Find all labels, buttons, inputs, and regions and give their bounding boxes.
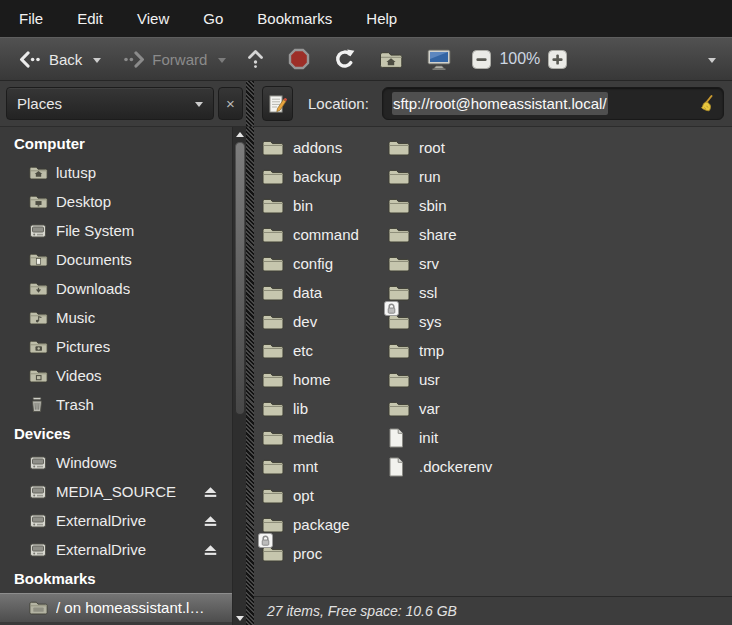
file-item-label: init [419, 429, 438, 446]
file-item-config[interactable]: config [262, 249, 359, 278]
folder-icon [388, 168, 410, 185]
file-item-label: config [293, 255, 333, 272]
file-item-ssl[interactable]: ssl [388, 278, 492, 307]
stop-button[interactable] [281, 42, 317, 76]
sidebar-item-pictures[interactable]: Pictures [0, 332, 232, 361]
sidebar-item-trash[interactable]: Trash [0, 390, 232, 419]
sidebar-item-downloads[interactable]: Downloads [0, 274, 232, 303]
file-item-label: usr [419, 371, 440, 388]
file-item-root[interactable]: root [388, 133, 492, 162]
file-item-opt[interactable]: opt [262, 481, 359, 510]
go-up-button[interactable] [240, 42, 271, 76]
file-item-label: sys [419, 313, 442, 330]
file-column-2: rootrunsbinsharesrvsslsystmpusrvarinit.d… [388, 133, 492, 481]
scroll-up-arrow[interactable] [233, 127, 246, 141]
file-item-proc[interactable]: proc [262, 539, 359, 568]
sidebar-item-music[interactable]: Music [0, 303, 232, 332]
file-item-label: bin [293, 197, 313, 214]
documents-folder-icon [29, 251, 48, 268]
eject-icon[interactable] [204, 486, 217, 498]
file-item-label: media [293, 429, 334, 446]
scrollbar-thumb[interactable] [235, 142, 245, 415]
file-item-var[interactable]: var [388, 394, 492, 423]
pane-separator [246, 127, 254, 625]
file-item-data[interactable]: data [262, 278, 359, 307]
menu-help[interactable]: Help [349, 0, 414, 37]
places-label: Places [17, 95, 62, 112]
file-item-package[interactable]: package [262, 510, 359, 539]
file-item-run[interactable]: run [388, 162, 492, 191]
desktop-button[interactable] [420, 42, 458, 76]
folder-icon [262, 197, 284, 214]
sidebar-item-on-homeassistant-l[interactable]: / on homeassistant.l… [0, 593, 232, 622]
toolbar-overflow-button[interactable] [704, 42, 720, 76]
file-item-backup[interactable]: backup [262, 162, 359, 191]
file-item-dev[interactable]: dev [262, 307, 359, 336]
file-item-init[interactable]: init [388, 423, 492, 452]
menu-file[interactable]: File [2, 0, 60, 37]
lock-emblem-icon [258, 533, 273, 548]
back-history-dropdown[interactable] [89, 42, 105, 76]
menu-go[interactable]: Go [186, 0, 240, 37]
folder-icon [262, 458, 284, 475]
drive-icon [29, 223, 48, 239]
file-item-label: home [293, 371, 331, 388]
clear-location-icon[interactable] [696, 94, 714, 113]
sidebar-item-windows[interactable]: Windows [0, 448, 232, 477]
back-button[interactable]: Back [12, 42, 89, 76]
file-item-command[interactable]: command [262, 220, 359, 249]
file-item-sbin[interactable]: sbin [388, 191, 492, 220]
zoom-in-button[interactable] [544, 42, 571, 76]
file-item-etc[interactable]: etc [262, 336, 359, 365]
user-home-folder-icon [29, 164, 48, 181]
file-item-share[interactable]: share [388, 220, 492, 249]
file-item-lib[interactable]: lib [262, 394, 359, 423]
sidebar-item-lutusp[interactable]: lutusp [0, 158, 232, 187]
edit-location-button[interactable] [262, 86, 293, 121]
menu-view[interactable]: View [120, 0, 186, 37]
folder-icon [388, 197, 410, 214]
scroll-down-arrow[interactable] [233, 611, 246, 625]
refresh-button[interactable] [327, 42, 362, 76]
eject-icon[interactable] [204, 544, 217, 556]
file-item-usr[interactable]: usr [388, 365, 492, 394]
sidebar-item-media-source[interactable]: MEDIA_SOURCE [0, 477, 232, 506]
eject-icon[interactable] [204, 515, 217, 527]
sidebar-item-desktop[interactable]: Desktop [0, 187, 232, 216]
folder-icon [388, 284, 410, 301]
zoom-out-button[interactable] [468, 42, 495, 76]
side-pane-close-button[interactable]: × [218, 87, 243, 120]
file-item-addons[interactable]: addons [262, 133, 359, 162]
sidebar-item-videos[interactable]: Videos [0, 361, 232, 390]
menu-edit[interactable]: Edit [60, 0, 120, 37]
sidebar-item-externaldrive[interactable]: ExternalDrive [0, 535, 232, 564]
file-list[interactable]: addonsbackupbincommandconfigdatadevetcho… [254, 127, 732, 596]
file-item-mnt[interactable]: mnt [262, 452, 359, 481]
location-input[interactable]: sftp://root@homeassistant.local/ [382, 87, 724, 120]
file-item-tmp[interactable]: tmp [388, 336, 492, 365]
file-item-label: tmp [419, 342, 444, 359]
sidebar-item-label: Videos [56, 367, 102, 384]
menu-bookmarks[interactable]: Bookmarks [240, 0, 349, 37]
sidebar-section-computer: Computer [0, 129, 232, 158]
sidebar-item-label: ExternalDrive [56, 541, 146, 558]
home-button[interactable] [372, 42, 410, 76]
file-item-label: .dockerenv [419, 458, 492, 475]
file-item-label: lib [293, 400, 308, 417]
sidebar-item-externaldrive[interactable]: ExternalDrive [0, 506, 232, 535]
folder-icon [262, 226, 284, 243]
sidebar-item-file-system[interactable]: File System [0, 216, 232, 245]
file-item-label: etc [293, 342, 313, 359]
sidebar-item-documents[interactable]: Documents [0, 245, 232, 274]
sidebar-scrollbar[interactable] [232, 127, 246, 625]
edit-location-icon [268, 94, 287, 114]
file-item-sys[interactable]: sys [388, 307, 492, 336]
sidebar-item-label: Trash [56, 396, 94, 413]
side-pane-mode-dropdown[interactable]: Places [6, 87, 214, 120]
file-item-home[interactable]: home [262, 365, 359, 394]
file-item-dockerenv[interactable]: .dockerenv [388, 452, 492, 481]
file-item-srv[interactable]: srv [388, 249, 492, 278]
chevron-down-icon [195, 102, 203, 107]
file-item-media[interactable]: media [262, 423, 359, 452]
file-item-bin[interactable]: bin [262, 191, 359, 220]
